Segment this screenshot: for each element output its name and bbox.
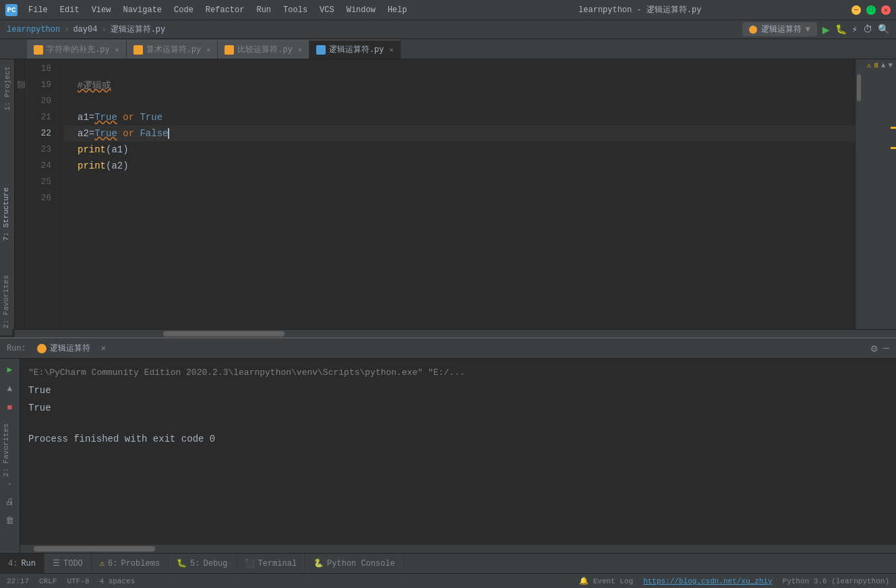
terminal-label: Terminal xyxy=(258,559,297,568)
run-tab-label: 逻辑运算符 xyxy=(50,343,90,354)
titlebar-right: — □ ✕ xyxy=(852,5,891,15)
run-h-scrollbar xyxy=(20,545,896,553)
breadcrumb-project[interactable]: learnpython xyxy=(7,25,60,34)
run-stop-btn[interactable]: ■ xyxy=(3,400,18,415)
bottom-tab-debug[interactable]: 🐛 5: Debug xyxy=(169,554,236,574)
comment-luoji: #逻辑或 xyxy=(78,77,111,93)
linenum-20: 20 xyxy=(32,93,51,109)
search-button[interactable]: 🔍 xyxy=(878,24,889,35)
var-a2-ref: a2 xyxy=(111,158,123,174)
warning-triangle: ⚠ xyxy=(867,61,872,69)
tab-close-3[interactable]: ✕ xyxy=(390,46,394,54)
h-scrollbar xyxy=(15,329,896,337)
bottom-tab-todo[interactable]: ☰ TODO xyxy=(44,554,92,574)
linenum-21: 21 xyxy=(32,109,51,125)
space3 xyxy=(117,125,123,142)
terminal-icon: ⬛ xyxy=(245,558,255,568)
tab-luoji[interactable]: 逻辑运算符.py ✕ xyxy=(309,40,401,59)
code-editor[interactable]: #逻辑或 a1=True or True a2=True or False pr… xyxy=(57,59,884,329)
menu-run[interactable]: Run xyxy=(251,4,276,16)
run-config-dropdown[interactable]: 逻辑运算符 ▼ xyxy=(742,22,817,36)
code-line-22: a2=True or False xyxy=(64,125,884,142)
tab-project[interactable]: 1: Project xyxy=(1,59,13,117)
breadcrumb-file: 逻辑运算符.py xyxy=(111,24,166,35)
problems-label: Problems xyxy=(121,559,160,568)
run-tab-close-x[interactable]: ✕ xyxy=(101,343,106,353)
run-scroll-up-btn[interactable]: ▲ xyxy=(3,381,18,396)
profile-button[interactable]: ⏱ xyxy=(863,24,872,35)
breadcrumb-toolbar: learnpython › day04 › 逻辑运算符.py 逻辑运算符 ▼ ▶… xyxy=(0,20,896,39)
scroll-up-btn[interactable]: ▲ xyxy=(881,61,886,69)
bottom-tab-run[interactable]: 4: Run xyxy=(0,554,44,574)
warning-marker2 xyxy=(891,147,896,149)
space2 xyxy=(134,109,140,125)
kw-or1: or xyxy=(123,109,134,125)
menu-view[interactable]: View xyxy=(86,4,117,16)
kw-true3: True xyxy=(94,125,117,142)
paren-close1: ) xyxy=(123,142,128,158)
tab-label-3: 逻辑运算符.py xyxy=(329,44,384,55)
run-h-scroll-thumb[interactable] xyxy=(34,546,155,552)
paren-open1: ( xyxy=(106,142,111,158)
menu-tools[interactable]: Tools xyxy=(278,4,313,16)
run-tabbar: Run: 逻辑运算符 ✕ ⚙ — xyxy=(0,339,896,359)
run-print-btn[interactable]: 🖨 xyxy=(3,494,18,509)
bottom-tab-problems[interactable]: ⚠ 6: Problems xyxy=(92,554,169,574)
tab-icon-2 xyxy=(225,45,234,55)
run-trash-btn[interactable]: 🗑 xyxy=(3,513,18,528)
tab-close-2[interactable]: ✕ xyxy=(298,46,302,54)
menu-refactor[interactable]: Refactor xyxy=(200,4,250,16)
tab-bijiao[interactable]: 比较运算符.py ✕ xyxy=(218,40,309,59)
close-button[interactable]: ✕ xyxy=(881,5,891,15)
maximize-button[interactable]: □ xyxy=(866,5,876,15)
run-play-btn[interactable]: ▶ xyxy=(3,362,18,377)
todo-label: TODO xyxy=(63,559,83,568)
run-button[interactable]: ▶ xyxy=(823,22,830,37)
paren-close2: ) xyxy=(123,158,128,174)
tab-zifuchuan[interactable]: 字符串的补充.py ✕ xyxy=(27,40,127,59)
run-minimize-icon[interactable]: — xyxy=(883,343,889,355)
run-tab-luoji[interactable]: 逻辑运算符 xyxy=(33,339,94,358)
coverage-button[interactable]: ⚡ xyxy=(852,24,858,35)
tab-close-1[interactable]: ✕ xyxy=(206,46,210,54)
scroll-down-btn[interactable]: ▼ xyxy=(888,61,893,69)
dropdown-arrow: ▼ xyxy=(806,25,810,34)
linenum-25: 25 xyxy=(32,174,51,190)
breadcrumb-day[interactable]: day04 xyxy=(73,25,97,34)
v-scrollbar-track xyxy=(856,71,896,329)
menu-edit[interactable]: Edit xyxy=(55,4,85,16)
h-scroll-thumb[interactable] xyxy=(163,331,285,336)
bottom-tab-python[interactable]: 🐍 Python Console xyxy=(305,554,404,574)
tab-structure[interactable]: 7: Structure xyxy=(0,181,12,247)
run-settings-icon[interactable]: ⚙ xyxy=(871,342,878,355)
python-icon: 🐍 xyxy=(313,558,324,568)
tab-suanshu[interactable]: 算术运算符.py ✕ xyxy=(127,40,218,59)
op-eq2: = xyxy=(89,125,94,142)
code-line-23: print(a1) xyxy=(64,142,884,158)
status-link[interactable]: https://blog.csdn.net/xu_zhiy xyxy=(643,577,772,585)
menu-navigate[interactable]: Navigate xyxy=(117,4,167,16)
bottom-tab-terminal[interactable]: ⬛ Terminal xyxy=(237,554,306,574)
todo-icon: ☰ xyxy=(53,558,60,568)
menu-code[interactable]: Code xyxy=(169,4,199,16)
event-log[interactable]: 🔔 Event Log xyxy=(579,577,633,585)
code-line-20 xyxy=(64,93,884,109)
menu-help[interactable]: Help xyxy=(382,4,413,16)
menu-vcs[interactable]: VCS xyxy=(314,4,340,16)
bottom-panel: Run: 逻辑运算符 ✕ ⚙ — ▶ ▲ ■ ▼ ⊞ ≡ ⬇ 🖨 🗑 "E:\P… xyxy=(0,337,896,580)
status-indent: 4 spaces xyxy=(99,577,135,585)
tab-close-0[interactable]: ✕ xyxy=(115,46,119,54)
window-title: learnpython - 逻辑运算符.py xyxy=(429,4,852,16)
run-config-label: 逻辑运算符 xyxy=(761,24,802,35)
tab-favorites[interactable]: 2: Favorites xyxy=(0,268,12,329)
run-tab-text: Run xyxy=(21,559,36,568)
code-line-18 xyxy=(64,61,884,77)
v-scroll-thumb[interactable] xyxy=(857,74,861,101)
titlebar-left: PC File Edit View Navigate Code Refactor… xyxy=(5,4,429,16)
code-line-19: #逻辑或 xyxy=(64,77,884,93)
minimize-button[interactable]: — xyxy=(852,5,861,15)
menu-file[interactable]: File xyxy=(23,4,53,16)
problems-icon: ⚠ xyxy=(100,558,104,568)
menu-window[interactable]: Window xyxy=(341,4,381,16)
debug-button[interactable]: 🐛 xyxy=(835,24,847,35)
